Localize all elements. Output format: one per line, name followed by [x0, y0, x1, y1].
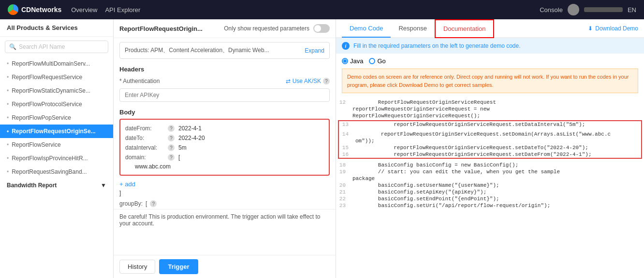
code-line-16: 16 reportFlowRequestOriginServiceRequest… [339, 151, 641, 158]
highlight-box: 13 reportFlowRequestOriginServiceRequest… [338, 120, 642, 159]
dateFrom-value: 2022-4-1 [178, 125, 202, 132]
groupBy-help[interactable]: ? [150, 200, 157, 207]
code-line-13: 13 reportFlowRequestOriginServiceRequest… [339, 121, 641, 128]
radio-java [342, 58, 348, 64]
dataInterval-help[interactable]: ? [168, 144, 175, 151]
sidebar-item-4[interactable]: ReportFlowPopService [0, 111, 113, 125]
main-layout: All Products & Services 🔍 Search API Nam… [0, 19, 644, 278]
code-line-12c: ReportFlowRequestOriginServiceRequest(); [336, 112, 644, 119]
sidebar-item-2[interactable]: ReportFlowStaticDynamicSe... [0, 84, 113, 97]
download-icon: ⬇ [588, 25, 593, 32]
info-icon: i [342, 42, 350, 50]
bandwidth-report-section[interactable]: Bandwidth Report ▼ [0, 179, 113, 192]
close-bracket: ] [114, 190, 336, 198]
dataInterval-label: dataInterval: [125, 144, 164, 151]
logo-icon [8, 4, 18, 15]
warning-notice: Demo codes on screen are for reference o… [342, 69, 638, 93]
console-link[interactable]: Console [540, 6, 563, 14]
download-label: Download Demo [595, 25, 638, 32]
sidebar-item-6[interactable]: ReportFlowService [0, 138, 113, 152]
code-line-19: 19 // start: you can edit the value, whe… [336, 168, 644, 175]
tab-demo-code[interactable]: Demo Code [342, 20, 391, 38]
headers-label: Headers [114, 63, 336, 76]
radio-go [369, 58, 375, 64]
param-domain: domain: ? [ [125, 153, 324, 162]
body-params-box: dateFrom: ? 2022-4-1 dateTo: ? 2022-4-20… [119, 119, 330, 176]
right-panel: Demo Code Response Documentation ⬇ Downl… [336, 19, 644, 278]
sidebar-item-8[interactable]: ReportRequestSavingBand... [0, 165, 113, 179]
param-dataInterval: dataInterval: ? 5m [125, 143, 324, 153]
groupBy-bracket: [ [146, 200, 147, 207]
add-button[interactable]: + add [114, 179, 336, 190]
groupBy-row: groupBy: [ ? [114, 198, 336, 209]
center-header: ReportFlowRequestOrigin... Only show req… [114, 19, 336, 38]
sidebar-item-1[interactable]: ReportFlowRequestService [0, 70, 113, 84]
dateTo-label: dateTo: [125, 135, 164, 141]
param-dateFrom: dateFrom: ? 2022-4-1 [125, 124, 324, 133]
toggle-knob [314, 25, 321, 32]
body-label: Body [114, 106, 336, 116]
java-label: Java [350, 57, 363, 65]
code-line-12b: reportFlowRequestOriginServiceRequest = … [336, 106, 644, 112]
domain-help[interactable]: ? [168, 154, 175, 161]
domain-label: domain: [125, 154, 164, 161]
download-demo-button[interactable]: ⬇ Download Demo [588, 25, 638, 32]
dateTo-value: 2022-4-20 [178, 135, 205, 141]
aksk-help[interactable]: ? [323, 78, 330, 84]
bottom-actions: History Trigger [114, 255, 336, 278]
code-line-12: 12 ReportFlowRequestOriginServiceRequest [336, 99, 644, 106]
code-line-18: 18 BasicConfig basicConfig = new BasicCo… [336, 162, 644, 168]
section-chevron: ▼ [101, 182, 106, 189]
sidebar-item-7[interactable]: ReportFlowIspProvinceHitR... [0, 152, 113, 165]
code-line-19b: package [336, 175, 644, 182]
sidebar: All Products & Services 🔍 Search API Nam… [0, 19, 114, 278]
sidebar-item-3[interactable]: ReportFlowProtocolService [0, 97, 113, 111]
use-aksk-button[interactable]: ⇄ Use AK/SK ? [286, 78, 330, 84]
avatar [568, 4, 579, 15]
aksk-icon: ⇄ [286, 78, 291, 84]
toggle-area: Only show requested parameters [224, 24, 330, 33]
products-text: Products: APM、Content Acceleration、Dynam… [125, 46, 269, 55]
go-label: Go [377, 57, 385, 65]
dateTo-help[interactable]: ? [168, 135, 175, 141]
toggle-label: Only show requested parameters [224, 25, 309, 32]
lang-row: Java Go [336, 54, 644, 69]
code-line-22: 22 basicConfig.setEndPoint("{endPoint}")… [336, 195, 644, 202]
tabs-row: Demo Code Response Documentation ⬇ Downl… [336, 19, 644, 38]
products-bar: Products: APM、Content Acceleration、Dynam… [119, 42, 330, 59]
sidebar-item-0[interactable]: ReportFlowMultiDomainServ... [0, 57, 113, 70]
dateFrom-label: dateFrom: [125, 125, 164, 132]
tab-response[interactable]: Response [391, 20, 435, 38]
auth-label: * Authentication [119, 78, 160, 84]
expand-button[interactable]: Expand [305, 47, 324, 54]
lang-selector[interactable]: EN [628, 6, 636, 14]
nav-overview[interactable]: Overview [71, 6, 97, 14]
sidebar-item-5[interactable]: ReportFlowRequestOriginSe... [0, 125, 113, 138]
code-line-23: 23 basicConfig.setUri("/api/report/flow-… [336, 202, 644, 209]
search-box[interactable]: 🔍 Search API Name [5, 41, 108, 53]
top-nav-links: Overview API Explorer [71, 6, 140, 14]
logo: CDNetworks [8, 4, 61, 15]
toggle-switch[interactable] [313, 24, 330, 33]
dataInterval-value: 5m [178, 144, 187, 151]
auth-row: * Authentication ⇄ Use AK/SK ? [114, 76, 336, 86]
center-title: ReportFlowRequestOrigin... [119, 25, 203, 32]
trigger-button[interactable]: Trigger [159, 259, 198, 274]
sidebar-title: All Products & Services [0, 19, 113, 37]
info-text: Fill in the required parameters on the l… [353, 42, 521, 49]
lang-java[interactable]: Java [342, 57, 363, 65]
tab-documentation[interactable]: Documentation [435, 19, 494, 38]
center-panel: ReportFlowRequestOrigin... Only show req… [114, 19, 336, 278]
code-line-20: 20 basicConfig.setUserName("{userName}")… [336, 182, 644, 189]
logo-text: CDNetworks [21, 6, 61, 14]
api-key-input[interactable] [119, 88, 330, 102]
history-button[interactable]: History [119, 260, 155, 274]
code-area[interactable]: 12 ReportFlowRequestOriginServiceRequest… [336, 97, 644, 278]
aksk-label: Use AK/SK [293, 78, 321, 84]
nav-api-explorer[interactable]: API Explorer [105, 6, 140, 14]
search-placeholder: Search API Name [19, 43, 65, 50]
dateFrom-help[interactable]: ? [168, 125, 175, 132]
domain-bracket-open: [ [178, 154, 180, 161]
domain-value: www.abc.com [125, 162, 324, 171]
lang-go[interactable]: Go [369, 57, 385, 65]
